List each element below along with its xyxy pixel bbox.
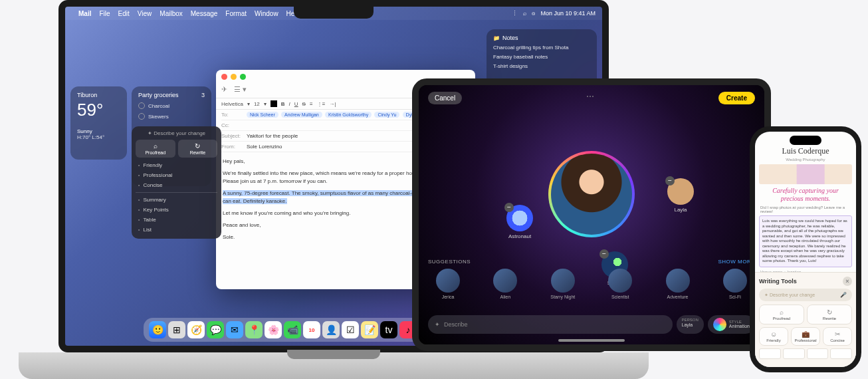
weather-hilo: H:70° L:54°	[77, 134, 120, 140]
suggestion-item[interactable]: Scientist	[600, 269, 640, 299]
table-option[interactable]: Table	[136, 215, 217, 225]
astronaut-bubble[interactable]: − Astronaut	[506, 205, 533, 239]
menu-mailbox[interactable]: Mailbox	[160, 10, 182, 17]
zoom-button[interactable]	[240, 74, 246, 80]
dock-launchpad[interactable]: ⊞	[168, 321, 185, 338]
dock-mail[interactable]: ✉	[226, 321, 243, 338]
describe-input[interactable]: ✦ Describe	[428, 315, 673, 334]
dock-facetime[interactable]: 📹	[284, 321, 301, 338]
proofread-button[interactable]: ⌕Proofread	[136, 140, 175, 158]
mic-icon[interactable]: 🎤	[840, 292, 847, 298]
concise-option[interactable]: Concise	[136, 180, 217, 190]
wt-thumb[interactable]	[807, 348, 829, 359]
suggestion-item[interactable]: Adventure	[658, 269, 698, 299]
font-select[interactable]: Helvetica	[221, 101, 243, 107]
weather-condition: Sunny	[77, 128, 120, 134]
layla-bubble[interactable]: − Layla	[667, 178, 694, 213]
review-textarea[interactable]: Luis was everything we could have hoped …	[759, 215, 852, 267]
indent-icon[interactable]: →|	[329, 101, 336, 107]
remove-icon[interactable]: −	[504, 203, 514, 212]
reminder-item[interactable]: Charcoal	[138, 102, 205, 109]
wt-thumb[interactable]	[759, 348, 781, 359]
concise-button[interactable]: ✂Concise	[823, 327, 852, 346]
strike-icon[interactable]: S	[302, 101, 306, 107]
app-menu[interactable]: Mail	[78, 10, 91, 17]
suggestion-item[interactable]: Jerica	[428, 269, 468, 299]
dock-maps[interactable]: 📍	[245, 321, 263, 338]
search-icon[interactable]: ⌕	[523, 10, 526, 17]
recipient-pill[interactable]: Nick Scheer	[247, 112, 278, 118]
cc-label: Cc:	[221, 122, 247, 128]
friendly-button[interactable]: ☺Friendly	[759, 327, 788, 346]
recipient-pill[interactable]: Kristin Goldsworthy	[325, 112, 372, 118]
menu-file[interactable]: File	[99, 10, 110, 17]
dock-messages[interactable]: 💬	[207, 321, 224, 338]
more-icon[interactable]: ⋯	[586, 92, 594, 104]
note-item[interactable]: Fantasy baseball notes	[493, 54, 590, 60]
remove-icon[interactable]: −	[599, 249, 609, 259]
note-item[interactable]: Charcoal grilling tips from Shota	[493, 45, 590, 51]
dock-notes[interactable]: 📝	[361, 321, 378, 338]
rewrite-button[interactable]: ↻Rewrite	[178, 140, 218, 158]
bold-icon[interactable]: B	[281, 101, 285, 107]
create-button[interactable]: Create	[718, 92, 755, 104]
menu-message[interactable]: Message	[191, 10, 218, 17]
minimize-button[interactable]	[231, 74, 237, 80]
list-option[interactable]: List	[136, 225, 217, 235]
dock-reminders[interactable]: ☑	[342, 321, 359, 338]
dock-finder[interactable]: 🙂	[149, 321, 166, 338]
home-indicator[interactable]	[558, 339, 625, 342]
clock[interactable]: Mon Jun 10 9:41 AM	[540, 10, 596, 17]
main-avatar[interactable]	[548, 151, 635, 237]
suggestion-item[interactable]: Alien	[485, 269, 525, 299]
wt-describe-field[interactable]: ✦ Describe your change	[136, 130, 217, 136]
send-icon[interactable]: ✈	[221, 85, 227, 94]
menu-edit[interactable]: Edit	[118, 10, 130, 17]
person-chip[interactable]: PERSON Layla	[677, 315, 704, 334]
menu-view[interactable]: View	[138, 10, 152, 17]
header-icon[interactable]: ☰ ▾	[234, 85, 247, 94]
bottom-bar: ✦ Describe PERSON Layla STYLE Animation	[428, 315, 755, 334]
style-chip[interactable]: STYLE Animation	[708, 315, 755, 334]
menu-format[interactable]: Format	[225, 10, 247, 17]
friendly-option[interactable]: Friendly	[136, 160, 217, 170]
summary-option[interactable]: Summary	[136, 195, 217, 205]
wt-thumb[interactable]	[830, 348, 852, 359]
control-center-icon[interactable]: ⌾	[532, 10, 535, 17]
sparkle-icon: ✦	[435, 321, 440, 328]
size-select[interactable]: 12	[254, 101, 260, 107]
proofread-button[interactable]: ⌕Proofread	[759, 305, 804, 324]
dock-safari[interactable]: 🧭	[187, 321, 205, 338]
dock-tv[interactable]: tv	[380, 321, 397, 338]
color-swatch[interactable]	[271, 100, 277, 107]
rewrite-button[interactable]: ↻Rewrite	[807, 305, 852, 324]
close-icon[interactable]: ×	[843, 277, 852, 286]
cancel-button[interactable]: Cancel	[428, 92, 462, 104]
suggestion-item[interactable]: Starry Night	[543, 269, 583, 299]
underline-icon[interactable]: U	[294, 101, 298, 107]
reminder-item[interactable]: Skewers	[138, 113, 205, 120]
recipient-pill[interactable]: Andrew Mulligan	[281, 112, 322, 118]
italic-icon[interactable]: I	[289, 101, 290, 107]
writing-tools-sheet: Writing Tools × ✦ Describe your change 🎤…	[755, 272, 856, 367]
list-icon[interactable]: ⋮≡	[317, 101, 326, 107]
weather-widget[interactable]: Tiburon 59° Sunny H:70° L:54°	[70, 86, 127, 160]
professional-button[interactable]: 💼Professional	[791, 327, 820, 346]
dock-photos[interactable]: 🌸	[265, 321, 282, 338]
dock-calendar[interactable]: 10	[303, 321, 320, 338]
align-icon[interactable]: ≡	[310, 101, 313, 107]
dock-contacts[interactable]: 👤	[322, 321, 340, 338]
wt-describe-input[interactable]: ✦ Describe your change 🎤	[759, 289, 852, 301]
wt-thumb[interactable]	[783, 348, 805, 359]
keypoints-option[interactable]: Key Points	[136, 205, 217, 215]
menu-window[interactable]: Window	[255, 10, 278, 17]
wifi-icon[interactable]: ⋮	[512, 10, 518, 17]
bubble-label: Layla	[667, 207, 694, 213]
professional-option[interactable]: Professional	[136, 170, 217, 180]
suggestion-item[interactable]: Sci-Fi	[715, 269, 755, 299]
dynamic-island	[790, 136, 821, 145]
recipient-pill[interactable]: Cindy Yu	[374, 112, 399, 118]
remove-icon[interactable]: −	[665, 176, 675, 186]
note-item[interactable]: T-shirt designs	[493, 63, 590, 69]
close-button[interactable]	[221, 74, 227, 80]
